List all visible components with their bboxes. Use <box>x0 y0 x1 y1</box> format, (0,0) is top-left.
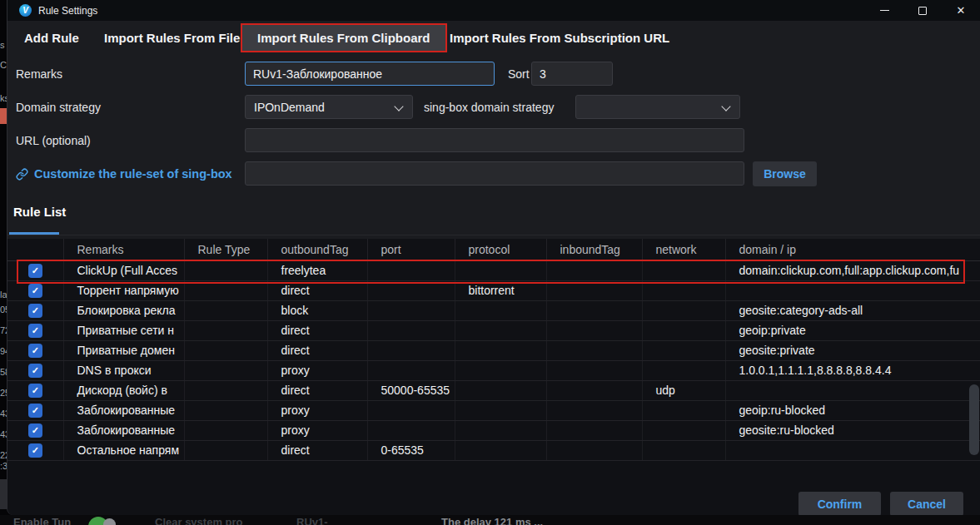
singbox-strategy-select[interactable] <box>575 95 740 119</box>
row-checkbox[interactable]: ✓ <box>28 344 42 358</box>
cell-rule-type <box>184 300 267 320</box>
table-row[interactable]: ✓ Заблокированные proxy geosite:ru-block… <box>7 420 980 440</box>
cell-protocol <box>455 420 546 440</box>
cell-inbound-tag <box>546 380 642 400</box>
scrollbar-thumb[interactable] <box>969 384 979 455</box>
cell-inbound-tag <box>546 300 642 320</box>
bg-enable-tun-label: Enable Tun <box>13 516 71 525</box>
row-checkbox[interactable]: ✓ <box>28 404 42 418</box>
cell-remarks: Остальное напрям <box>63 440 184 460</box>
cell-remarks: Приватные сети н <box>63 320 184 340</box>
url-label: URL (optional) <box>16 128 91 152</box>
cell-port <box>367 280 455 300</box>
cell-network <box>642 440 725 460</box>
minimize-icon <box>880 10 889 11</box>
cell-network <box>642 280 725 300</box>
table-row[interactable]: ✓ Торрент напрямую direct bittorrent <box>7 280 980 300</box>
col-outbound-tag[interactable]: outboundTag <box>267 239 367 260</box>
cell-outbound-tag: direct <box>267 280 367 300</box>
col-network[interactable]: network <box>642 239 725 260</box>
col-protocol[interactable]: protocol <box>455 239 546 260</box>
cell-select: ✓ <box>7 440 63 460</box>
col-rule-type[interactable]: Rule Type <box>184 239 267 260</box>
cell-port <box>367 360 455 380</box>
toolbar: Add Rule Import Rules From File Import R… <box>7 21 980 54</box>
cell-outbound-tag: proxy <box>267 420 367 440</box>
bg-fragment: ks <box>0 93 7 103</box>
cell-remarks: Приватные домен <box>63 340 184 360</box>
minimize-button[interactable] <box>865 0 903 21</box>
table-row[interactable]: ✓ Блокировка рекла block geosite:categor… <box>7 300 980 320</box>
row-checkbox[interactable]: ✓ <box>28 304 42 318</box>
bg-fragment: 43 <box>0 409 7 419</box>
col-port[interactable]: port <box>367 239 455 260</box>
customize-ruleset-label: Customize the rule-set of sing-box <box>34 167 232 181</box>
bg-delay-text: The delay 121 ms ... <box>441 516 543 525</box>
domain-strategy-select[interactable]: IPOnDemand <box>245 95 413 119</box>
row-checkbox[interactable]: ✓ <box>28 264 42 278</box>
row-checkbox[interactable]: ✓ <box>28 364 42 378</box>
cell-rule-type <box>184 280 267 300</box>
col-inbound-tag[interactable]: inboundTag <box>546 239 642 260</box>
import-rules-from-clipboard-button[interactable]: Import Rules From Clipboard <box>241 23 447 52</box>
import-rules-from-subscription-url-button[interactable]: Import Rules From Subscription URL <box>450 21 669 54</box>
cell-network <box>642 360 725 380</box>
cell-select: ✓ <box>7 360 63 380</box>
table-row[interactable]: ✓ ClickUp (Full Acces freelytea domain:c… <box>7 260 980 280</box>
ruleset-input[interactable] <box>245 161 744 186</box>
cell-inbound-tag <box>546 360 642 380</box>
cancel-button[interactable]: Cancel <box>890 492 963 515</box>
import-rules-from-file-button[interactable]: Import Rules From File <box>104 21 240 54</box>
cell-rule-type <box>184 400 267 420</box>
row-checkbox[interactable]: ✓ <box>28 284 42 298</box>
table-row[interactable]: ✓ Дискорд (войс) в direct 50000-65535 ud… <box>7 380 980 400</box>
cell-domain-ip: geosite:ru-blocked <box>725 420 980 440</box>
check-icon: ✓ <box>32 265 39 276</box>
cell-protocol <box>455 380 546 400</box>
chevron-down-icon <box>394 102 403 111</box>
background-window-left-edge: s C ks la 05 72 94 58 25 43 43 22 :3 <box>0 0 7 525</box>
close-button[interactable]: ✕ <box>942 0 980 21</box>
add-rule-button[interactable]: Add Rule <box>24 21 79 54</box>
cell-select: ✓ <box>7 400 63 420</box>
row-checkbox[interactable]: ✓ <box>28 384 42 398</box>
confirm-button[interactable]: Confirm <box>798 492 881 515</box>
maximize-icon <box>918 7 927 15</box>
cell-inbound-tag <box>546 400 642 420</box>
titlebar: V Rule Settings ✕ <box>7 0 980 21</box>
check-icon: ✓ <box>32 385 39 396</box>
browse-button[interactable]: Browse <box>753 161 817 186</box>
cell-rule-type <box>184 320 267 340</box>
col-domain-ip[interactable]: domain / ip <box>725 239 980 260</box>
customize-ruleset-link[interactable]: Customize the rule-set of sing-box <box>16 161 232 186</box>
cell-select: ✓ <box>7 420 63 440</box>
table-header-row: Remarks Rule Type outboundTag port proto… <box>7 239 980 260</box>
table-row[interactable]: ✓ Остальное напрям direct 0-65535 <box>7 440 980 460</box>
sort-input[interactable] <box>531 62 613 86</box>
cell-domain-ip <box>725 440 980 460</box>
rule-table-section: Remarks Rule Type outboundTag port proto… <box>7 239 980 515</box>
url-input[interactable] <box>245 128 744 152</box>
cell-inbound-tag <box>546 340 642 360</box>
cell-port <box>367 400 455 420</box>
cell-rule-type <box>184 380 267 400</box>
check-icon: ✓ <box>32 305 39 316</box>
cell-protocol <box>455 400 546 420</box>
remarks-input[interactable] <box>245 62 495 86</box>
row-checkbox[interactable]: ✓ <box>28 324 42 338</box>
table-row[interactable]: ✓ DNS в прокси proxy 1.0.0.1,1.1.1.1,8.8… <box>7 360 980 380</box>
maximize-button[interactable] <box>903 0 942 21</box>
cell-protocol <box>455 440 546 460</box>
table-row[interactable]: ✓ Заблокированные proxy geoip:ru-blocked <box>7 400 980 420</box>
tab-rule-list[interactable]: Rule List <box>13 205 66 219</box>
bg-fragment: 22 <box>0 450 7 460</box>
row-checkbox[interactable]: ✓ <box>28 443 42 458</box>
link-icon <box>16 168 28 181</box>
col-remarks[interactable]: Remarks <box>63 239 184 260</box>
bg-gray-fragment <box>0 479 7 509</box>
row-checkbox[interactable]: ✓ <box>28 423 42 438</box>
window-controls: ✕ <box>865 0 980 21</box>
table-row[interactable]: ✓ Приватные сети н direct geoip:private <box>7 320 980 340</box>
table-row[interactable]: ✓ Приватные домен direct geosite:private <box>7 340 980 360</box>
cell-inbound-tag <box>546 320 642 340</box>
